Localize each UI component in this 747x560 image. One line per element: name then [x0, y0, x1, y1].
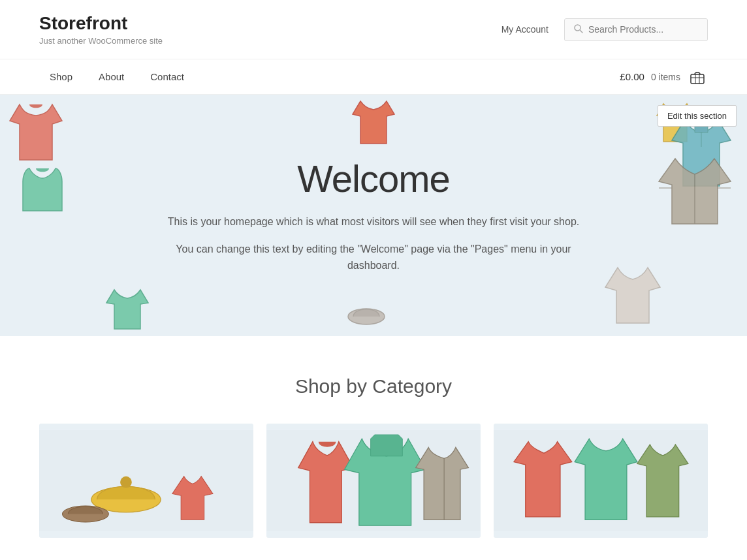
clothing-illustration-tl: [7, 101, 65, 166]
nav-link-contact[interactable]: Contact: [140, 59, 195, 94]
hero-section: Edit this section: [0, 95, 747, 336]
category-card-2[interactable]: [266, 424, 481, 538]
cart-items-count: 0 items: [651, 72, 680, 82]
clothing-illustration-bl: [104, 287, 150, 333]
cart-area: £0.00 0 items: [620, 67, 708, 87]
cart-total: £0.00: [620, 71, 644, 82]
hero-description-2: You can change this text by editing the …: [158, 241, 589, 274]
brand-tagline: Just another WooCommerce site: [39, 36, 163, 46]
hero-description-1: This is your homepage which is what most…: [158, 213, 589, 230]
shop-section: Shop by Category: [0, 336, 747, 538]
category-grid: [39, 424, 708, 538]
search-input[interactable]: [588, 24, 698, 35]
nav-link-shop[interactable]: Shop: [39, 59, 83, 94]
category-card-1[interactable]: [39, 424, 253, 538]
edit-section-button[interactable]: Edit this section: [658, 105, 737, 127]
my-account-link[interactable]: My Account: [501, 24, 548, 35]
svg-point-0: [575, 25, 580, 31]
search-icon: [574, 24, 583, 35]
brand-block: Storefront Just another WooCommerce site: [39, 13, 163, 46]
cart-icon[interactable]: [687, 67, 708, 87]
category-card-3[interactable]: [494, 424, 708, 538]
hero-title: Welcome: [158, 157, 589, 200]
svg-rect-2: [691, 74, 704, 84]
nav-links: Shop About Contact: [39, 59, 195, 94]
clothing-illustration-ml: [20, 165, 65, 217]
svg-point-11: [120, 476, 132, 488]
shop-section-title: Shop by Category: [39, 375, 708, 397]
site-header: Storefront Just another WooCommerce site…: [0, 0, 747, 59]
clothing-illustration-mr: [656, 152, 734, 230]
nav-bar: Shop About Contact £0.00 0 items: [0, 59, 747, 95]
hero-content: Welcome This is your homepage which is w…: [145, 131, 602, 300]
svg-line-1: [580, 30, 583, 33]
clothing-illustration-br: [603, 264, 662, 330]
nav-link-about[interactable]: About: [88, 59, 135, 94]
header-right: My Account: [501, 18, 708, 41]
search-box: [564, 18, 708, 41]
brand-name: Storefront: [39, 13, 163, 34]
